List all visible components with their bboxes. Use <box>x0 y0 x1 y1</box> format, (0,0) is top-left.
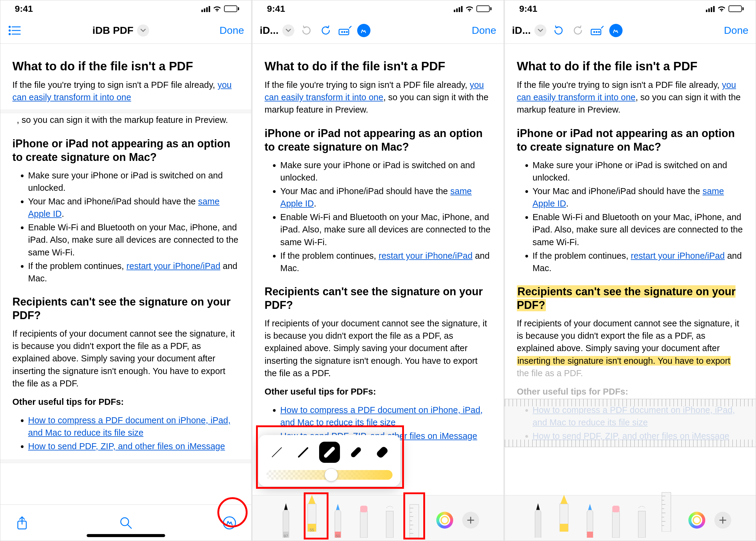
stroke-width-3[interactable] <box>319 442 340 463</box>
heading-not-pdf: What to do if the file isn't a PDF <box>12 59 239 73</box>
markup-tray <box>505 495 756 541</box>
color-picker-button[interactable] <box>688 512 705 529</box>
done-button[interactable]: Done <box>724 24 748 36</box>
svg-point-32 <box>596 31 597 32</box>
stroke-width-5[interactable] <box>372 442 392 463</box>
restart-link[interactable]: restart your iPhone/iPad <box>127 261 220 271</box>
chevron-down-icon[interactable] <box>534 24 546 37</box>
nav-bar: iD... Done <box>253 17 503 44</box>
doc-title[interactable]: iD... <box>512 24 546 37</box>
svg-rect-34 <box>560 524 568 532</box>
svg-point-31 <box>594 31 595 32</box>
heading-recipients: Recipients can't see the signature on yo… <box>12 295 239 322</box>
home-indicator[interactable] <box>87 534 165 537</box>
share-icon[interactable] <box>13 514 31 532</box>
opacity-thumb[interactable] <box>325 468 338 481</box>
tip-compress-link[interactable]: How to compress a PDF document on iPhone… <box>28 415 231 437</box>
pen-tool[interactable] <box>529 501 547 538</box>
svg-rect-20 <box>410 504 419 538</box>
wifi-icon <box>465 5 474 12</box>
pdf-content[interactable]: What to do if the file isn't a PDF If th… <box>505 44 756 541</box>
list-icon[interactable] <box>8 23 22 38</box>
battery-icon <box>476 5 491 12</box>
wifi-icon <box>213 5 222 12</box>
svg-point-0 <box>9 26 10 27</box>
add-tool-button[interactable] <box>462 512 479 529</box>
screenshot-2: 9:41 iD... Done What to do if the file i… <box>252 0 503 541</box>
stroke-width-1[interactable] <box>266 442 287 463</box>
wifi-icon <box>717 5 726 12</box>
svg-point-13 <box>346 31 347 32</box>
doc-title[interactable]: iDB PDF <box>92 24 149 37</box>
pdf-content[interactable]: What to do if the file isn't a PDF If th… <box>0 44 251 541</box>
svg-rect-36 <box>612 511 619 538</box>
markup-icon[interactable] <box>220 514 239 532</box>
svg-point-4 <box>9 34 10 35</box>
heading-tips: Other useful tips for PDFs: <box>12 396 239 408</box>
ruler-tool[interactable] <box>659 495 677 532</box>
status-time: 9:41 <box>267 4 285 14</box>
svg-rect-37 <box>612 506 619 512</box>
status-bar: 9:41 <box>505 0 756 17</box>
stroke-options-popup <box>259 435 400 486</box>
chevron-down-icon[interactable] <box>282 24 294 37</box>
battery-icon <box>224 5 239 12</box>
svg-rect-35 <box>587 532 593 538</box>
pen-tool[interactable]: 97 <box>277 501 295 538</box>
tip-imessage-link[interactable]: How to send PDF, ZIP, and other files on… <box>28 441 225 451</box>
status-bar: 9:41 <box>253 0 503 17</box>
ruler-overlay[interactable] <box>505 399 756 447</box>
nav-bar: iD... Done <box>505 17 756 44</box>
highlighter-tool[interactable] <box>555 495 573 532</box>
svg-rect-38 <box>638 511 645 538</box>
undo-icon[interactable] <box>551 23 566 38</box>
color-picker-button[interactable] <box>436 512 453 529</box>
markup-active-icon[interactable] <box>609 24 622 37</box>
cellular-icon <box>706 5 715 12</box>
autoshape-icon[interactable] <box>590 23 604 38</box>
undo-icon[interactable] <box>299 23 314 38</box>
heading-not-appearing: iPhone or iPad not appearing as an optio… <box>12 137 239 164</box>
doc-title[interactable]: iD... <box>260 24 294 37</box>
chevron-down-icon[interactable] <box>137 24 149 37</box>
pencil-tool[interactable]: 50 <box>329 501 347 538</box>
screenshot-3: 9:41 iD... Done What to do if the file i… <box>504 0 756 541</box>
autoshape-icon[interactable] <box>338 23 352 38</box>
ruler-tool[interactable] <box>407 501 425 538</box>
done-button[interactable]: Done <box>220 24 244 36</box>
cellular-icon <box>201 5 210 12</box>
svg-point-11 <box>342 31 343 32</box>
battery-icon <box>729 5 744 12</box>
page-break <box>0 110 251 113</box>
page-break-2 <box>0 459 251 463</box>
markup-active-icon[interactable] <box>357 24 371 37</box>
add-tool-button[interactable] <box>714 512 731 529</box>
status-bar: 9:41 <box>0 0 251 17</box>
pencil-tool[interactable] <box>581 501 599 538</box>
stroke-width-2[interactable] <box>293 442 314 463</box>
svg-rect-19 <box>386 511 393 538</box>
svg-rect-18 <box>360 506 368 512</box>
svg-line-8 <box>128 525 131 528</box>
done-button[interactable]: Done <box>471 24 496 36</box>
cellular-icon <box>454 5 462 12</box>
stroke-width-4[interactable] <box>346 442 366 463</box>
status-time: 9:41 <box>15 4 33 14</box>
search-icon[interactable] <box>117 514 135 532</box>
svg-rect-17 <box>360 511 368 538</box>
status-time: 9:41 <box>519 4 537 14</box>
svg-point-2 <box>9 30 10 31</box>
opacity-slider[interactable] <box>266 470 392 480</box>
redo-icon[interactable] <box>319 23 333 38</box>
eraser-tool[interactable] <box>355 501 373 538</box>
nav-bar: iDB PDF Done <box>0 17 251 44</box>
redo-icon[interactable] <box>571 23 585 38</box>
lasso-tool[interactable] <box>381 501 399 538</box>
lasso-tool[interactable] <box>633 501 651 538</box>
heading-recipients-highlighted: Recipients can't see the signature on yo… <box>517 285 744 312</box>
svg-point-33 <box>599 31 600 32</box>
eraser-tool[interactable] <box>607 501 625 538</box>
svg-point-12 <box>344 31 345 32</box>
highlighter-tool[interactable]: 55 <box>303 495 321 532</box>
screenshot-1: 9:41 iDB PDF Done What to do if the f <box>0 0 252 541</box>
